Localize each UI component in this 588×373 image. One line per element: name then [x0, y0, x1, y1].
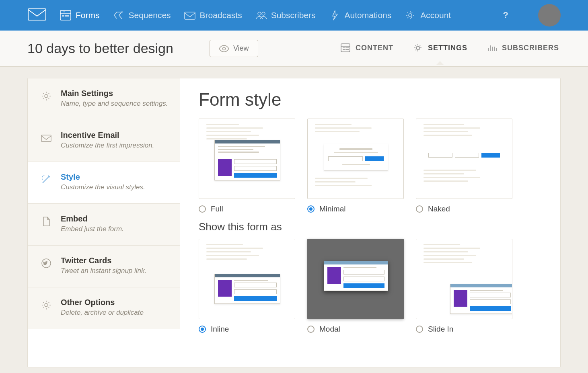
radio-label: Inline — [211, 325, 229, 334]
nav-automations[interactable]: Automations — [329, 10, 392, 21]
settings-container: Main Settings Name, type and sequence se… — [27, 78, 561, 367]
nav-label: Forms — [76, 10, 100, 20]
nav-label: Sequences — [129, 10, 171, 20]
nav-label: Subscribers — [271, 10, 316, 20]
gear-icon — [40, 90, 52, 108]
page-title: 10 days to better design — [27, 41, 173, 56]
radio-icon — [307, 326, 315, 333]
svg-point-8 — [416, 46, 419, 49]
style-card-naked[interactable] — [416, 119, 512, 199]
sidebar-item-main-settings[interactable]: Main Settings Name, type and sequence se… — [28, 78, 180, 120]
sidebar-desc: Customize the first impression. — [61, 141, 169, 150]
tab-settings[interactable]: SETTINGS — [411, 31, 469, 66]
svg-point-4 — [262, 12, 265, 15]
radio-modal[interactable]: Modal — [307, 325, 404, 334]
radio-icon — [199, 205, 206, 213]
sidebar-title: Other Options — [61, 298, 169, 307]
sidebar-desc: Name, type and sequence settings. — [61, 100, 169, 108]
twitter-icon — [40, 258, 52, 275]
radio-slide-in[interactable]: Slide In — [416, 325, 512, 334]
radio-minimal[interactable]: Minimal — [307, 205, 404, 213]
radio-label: Naked — [428, 205, 450, 213]
tab-label: SETTINGS — [428, 44, 467, 52]
display-card-inline[interactable] — [199, 239, 295, 319]
help-button[interactable]: ? — [498, 8, 513, 22]
style-card-full[interactable] — [199, 119, 295, 199]
display-heading: Show this form as — [199, 221, 542, 233]
gear-icon — [40, 299, 52, 317]
radio-full[interactable]: Full — [199, 205, 295, 213]
document-icon — [40, 216, 52, 233]
display-card-modal[interactable] — [307, 239, 404, 319]
radio-label: Modal — [319, 325, 340, 334]
settings-sidebar: Main Settings Name, type and sequence se… — [28, 78, 180, 367]
radio-naked[interactable]: Naked — [416, 205, 512, 213]
sidebar-desc: Customize the visual styles. — [61, 183, 169, 191]
sidebar-item-other-options[interactable]: Other Options Delete, archive or duplica… — [28, 287, 180, 329]
nav-account[interactable]: Account — [404, 10, 451, 21]
subheader: 10 days to better design View CONTENT SE… — [0, 31, 588, 67]
sidebar-title: Embed — [61, 214, 169, 223]
main-panel: Form style — [180, 78, 560, 367]
svg-point-3 — [258, 12, 261, 15]
sidebar-title: Twitter Cards — [61, 256, 169, 265]
nav-label: Account — [420, 10, 451, 20]
sidebar-title: Style — [61, 172, 169, 182]
svg-rect-2 — [185, 12, 195, 19]
logo-envelope-icon[interactable] — [27, 7, 47, 23]
view-button[interactable]: View — [210, 40, 258, 57]
sidebar-title: Incentive Email — [61, 131, 169, 140]
nav-label: Broadcasts — [200, 10, 242, 20]
svg-point-9 — [45, 94, 48, 98]
sidebar-title: Main Settings — [61, 89, 169, 98]
display-options-row: Inline — [199, 239, 542, 334]
sidebar-desc: Tweet an instant signup link. — [61, 267, 169, 275]
envelope-icon — [40, 132, 52, 150]
sidebar-item-twitter-cards[interactable]: Twitter Cards Tweet an instant signup li… — [28, 246, 180, 287]
sidebar-item-embed[interactable]: Embed Embed just the form. — [28, 204, 180, 246]
sidebar-item-style[interactable]: Style Customize the visual styles. — [28, 162, 180, 204]
nav-broadcasts[interactable]: Broadcasts — [184, 10, 242, 21]
sidebar-desc: Embed just the form. — [61, 225, 169, 233]
radio-label: Slide In — [428, 325, 453, 334]
nav-forms[interactable]: Forms — [60, 10, 100, 21]
sidebar-item-incentive-email[interactable]: Incentive Email Customize the first impr… — [28, 120, 180, 162]
nav-sequences[interactable]: Sequences — [113, 10, 171, 21]
radio-inline[interactable]: Inline — [199, 325, 295, 334]
wand-icon — [40, 174, 52, 191]
avatar[interactable] — [538, 4, 561, 27]
radio-label: Minimal — [319, 205, 345, 213]
svg-rect-0 — [28, 9, 46, 20]
main-heading: Form style — [199, 90, 542, 110]
tab-label: SUBSCRIBERS — [502, 44, 559, 52]
tab-label: CONTENT — [356, 44, 393, 52]
top-nav: Forms Sequences Broadcasts Subscribers A… — [0, 0, 588, 31]
nav-label: Automations — [345, 10, 392, 20]
view-label: View — [233, 44, 249, 53]
radio-icon — [416, 326, 423, 333]
svg-point-12 — [45, 303, 48, 307]
style-options-row: Full — [199, 119, 542, 213]
tab-content[interactable]: CONTENT — [339, 31, 395, 66]
svg-rect-10 — [41, 135, 51, 141]
radio-icon — [416, 205, 423, 213]
radio-label: Full — [211, 205, 223, 213]
nav-subscribers[interactable]: Subscribers — [255, 10, 316, 21]
radio-icon — [199, 326, 206, 333]
svg-point-5 — [409, 14, 412, 17]
radio-icon — [307, 205, 315, 213]
display-card-slide-in[interactable] — [416, 239, 512, 319]
sidebar-desc: Delete, archive or duplicate — [61, 309, 169, 317]
style-card-minimal[interactable] — [307, 119, 404, 199]
tab-subscribers[interactable]: SUBSCRIBERS — [485, 31, 561, 66]
svg-point-6 — [222, 47, 225, 50]
